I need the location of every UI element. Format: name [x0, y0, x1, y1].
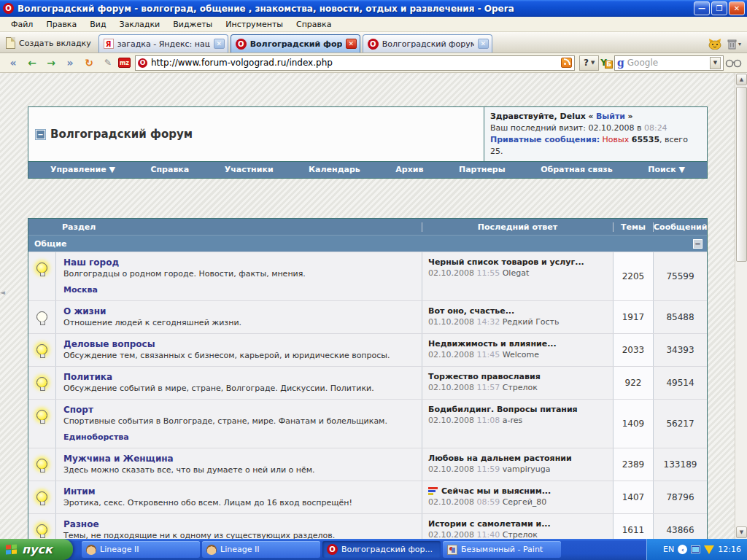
scroll-up-button[interactable]: ▲ [736, 74, 747, 85]
cat-icon[interactable] [708, 39, 721, 50]
start-button[interactable]: пуск [0, 539, 73, 560]
topics-count: 2205 [614, 252, 654, 300]
last-reply-user[interactable]: Сергей_80 [503, 497, 547, 507]
reload-button[interactable]: ↻ [80, 55, 98, 71]
language-bar-icon[interactable]: ‹ [678, 545, 687, 554]
last-reply-title[interactable]: Бодибилдинг. Вопросы питания [428, 405, 607, 414]
start-label: пуск [22, 542, 53, 556]
subforum-link[interactable]: Москва [63, 285, 414, 295]
tab-label: Волгоградский форум -... [250, 39, 342, 49]
help-button[interactable]: ? ▼ [579, 55, 599, 71]
address-field[interactable]: O http://www.forum-volgograd.ru/index.ph… [135, 55, 575, 71]
fast-forward-button[interactable]: » [61, 55, 79, 71]
last-reply-user[interactable]: Olegat [503, 268, 530, 278]
subforum-link[interactable]: Единоборства [63, 432, 414, 442]
taskbar-task-3[interactable]: Безымянный - Paint [443, 541, 561, 558]
browser-tab-1[interactable]: OВолгоградский форум -...✕ [231, 34, 360, 52]
last-reply-title[interactable]: Любовь на дальнем растоянии [428, 454, 607, 463]
last-reply-title[interactable]: Сейчас мы и выясним... [428, 486, 607, 496]
forum-row-1: О жизниОтношение людей к сегодняшней жиз… [28, 300, 707, 333]
maximize-button[interactable]: ❐ [711, 1, 727, 15]
panel-toggle-arrow[interactable]: ◄ [0, 283, 8, 302]
forum-link[interactable]: Мужчина и Женщина [63, 454, 414, 464]
forum-link[interactable]: Разное [63, 519, 414, 529]
tab-close-icon[interactable]: ✕ [214, 39, 225, 49]
taskbar-task-0[interactable]: Lineage II [82, 541, 200, 558]
tab-close-icon[interactable]: ✕ [346, 39, 357, 49]
scrollbar-thumb[interactable] [736, 87, 747, 262]
forward-button[interactable]: → [42, 55, 60, 71]
last-reply-title[interactable]: Недвижимость и влияние... [428, 339, 607, 349]
last-reply-time: 11:55 [476, 268, 502, 278]
last-reply-user[interactable]: Стрелок [503, 383, 538, 392]
nav-item-4[interactable]: Архив [395, 165, 423, 174]
menu-item-0[interactable]: Файл [4, 18, 39, 31]
forum-link[interactable]: О жизни [63, 306, 414, 316]
nav-item-7[interactable]: Поиск ▼ [648, 165, 685, 174]
bulb-cell [28, 301, 56, 333]
last-reply-title[interactable]: Истории с самолетами и... [428, 519, 607, 529]
messages-count: 78796 [654, 481, 707, 513]
last-reply-title[interactable]: Черный список товаров и услуг... [428, 257, 607, 267]
scroll-down-button[interactable]: ▼ [736, 526, 747, 538]
forum-link[interactable]: Спорт [63, 405, 414, 415]
menu-item-3[interactable]: Закладки [113, 18, 167, 31]
bulb-on-icon [36, 459, 47, 470]
nav-item-0[interactable]: Управление ▼ [50, 165, 115, 174]
forum-row-6: ИнтимЭротика, секс. Откровенно обо всем.… [28, 481, 707, 513]
back-button[interactable]: ← [23, 55, 41, 71]
forum-link[interactable]: Деловые вопросы [63, 339, 414, 349]
pm-link[interactable]: Приватные сообщения: [490, 135, 600, 144]
forum-link[interactable]: Политика [63, 372, 414, 382]
taskbar-task-2[interactable]: OВолгоградский фор... [322, 541, 441, 558]
rewind-button[interactable]: « [4, 55, 22, 71]
poll-icon [428, 487, 438, 496]
last-reply-title[interactable]: Торжество православия [428, 372, 607, 381]
forum-link[interactable]: Интим [63, 486, 414, 497]
nav-item-3[interactable]: Календарь [309, 165, 360, 174]
last-reply-user[interactable]: Welcome [503, 350, 539, 359]
last-reply-user[interactable]: vampiryuga [503, 464, 551, 474]
header-collapse-icon[interactable]: − [36, 130, 45, 139]
language-indicator[interactable]: EN [663, 545, 674, 554]
forum-link[interactable]: Наш город [63, 257, 414, 268]
nav-item-6[interactable]: Обратная связь [541, 165, 613, 174]
last-reply-title[interactable]: Вот оно, счастье... [428, 306, 607, 316]
nav-item-2[interactable]: Участники [225, 165, 274, 174]
security-alert-icon[interactable] [704, 545, 714, 554]
close-button[interactable]: ✕ [729, 1, 745, 15]
trash-button[interactable]: ▾ [727, 39, 741, 50]
menu-item-4[interactable]: Виджеты [166, 18, 219, 31]
last-reply-title-text: Недвижимость и влияние... [428, 339, 557, 349]
menu-item-6[interactable]: Справка [290, 18, 338, 31]
yandex-bar-icon[interactable]: Y [600, 58, 613, 68]
last-reply-time: 08:59 [476, 497, 502, 507]
network-icon[interactable] [691, 545, 700, 553]
nav-item-5[interactable]: Партнеры [459, 165, 506, 174]
last-reply-user[interactable]: a-res [503, 416, 523, 425]
note-button[interactable]: ✎ [99, 55, 117, 71]
search-engine-dropdown[interactable]: ▼ [710, 57, 721, 69]
zoom-glasses-icon[interactable] [725, 58, 743, 68]
new-tab-button[interactable]: Создать вкладку [3, 35, 98, 52]
browser-tab-0[interactable]: Язагадка - Яндекс: наш...✕ [98, 34, 228, 52]
category-collapse-icon[interactable]: − [693, 239, 703, 249]
last-reply-date: 02.10.2008 [428, 497, 476, 507]
tab-close-icon[interactable]: ✕ [478, 39, 489, 49]
menu-item-2[interactable]: Вид [83, 18, 112, 31]
browser-tab-2[interactable]: OВолгоградский форум -...✕ [363, 34, 492, 52]
minimize-button[interactable]: — [694, 1, 710, 15]
taskbar-task-1[interactable]: Lineage II [202, 541, 320, 558]
rss-icon[interactable] [561, 58, 572, 68]
logout-link[interactable]: Выйти [596, 112, 625, 121]
menu-item-5[interactable]: Инструменты [219, 18, 290, 31]
search-box[interactable]: g Google ▼ [614, 55, 724, 71]
mz-extension-icon[interactable]: mz [118, 58, 131, 68]
last-reply-title-text: Черный список товаров и услуг... [428, 257, 584, 267]
last-reply-user[interactable]: Стрелок [503, 530, 538, 539]
menu-item-1[interactable]: Правка [39, 18, 83, 31]
topics-count: 922 [614, 367, 654, 399]
vertical-scrollbar[interactable]: ▲ ▼ [735, 73, 747, 539]
nav-item-1[interactable]: Справка [150, 165, 189, 174]
last-reply-user[interactable]: Редкий Гость [503, 317, 560, 327]
